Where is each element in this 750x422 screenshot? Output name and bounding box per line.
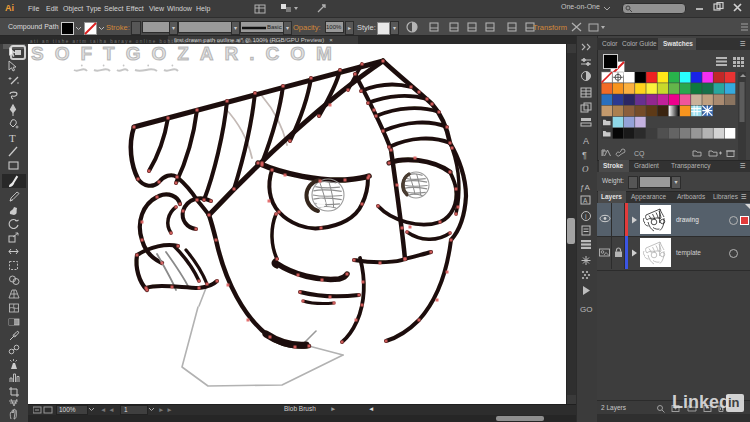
svg-text:T: T — [9, 132, 16, 144]
svg-text:A: A — [583, 136, 589, 146]
svg-text:GO: GO — [580, 305, 592, 314]
svg-text:¶: ¶ — [582, 150, 587, 160]
svg-text:ƒA: ƒA — [580, 183, 590, 192]
svg-text:i: i — [585, 213, 587, 220]
svg-text:O: O — [582, 164, 589, 174]
svg-text:CQ: CQ — [634, 150, 645, 158]
svg-text:A: A — [583, 197, 588, 204]
